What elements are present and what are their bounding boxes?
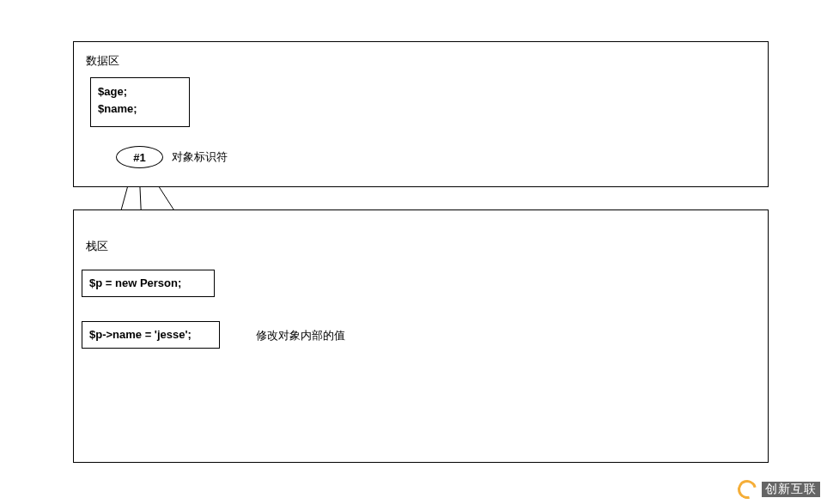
stmt-box-set-name-text: $p->name = 'jesse'; — [89, 326, 192, 343]
object-identifier-text: #1 — [133, 151, 145, 164]
watermark: 创新互联 — [738, 480, 820, 499]
watermark-logo-icon — [734, 477, 760, 502]
data-box-line2: $name; — [98, 100, 182, 118]
stmt-box-set-name: $p->name = 'jesse'; — [82, 321, 220, 349]
watermark-text: 创新互联 — [762, 482, 820, 497]
stmt-box-set-name-annotation: 修改对象内部的值 — [256, 328, 345, 343]
data-box: $age; $name; — [90, 77, 190, 127]
stmt-box-new-person: $p = new Person; — [82, 270, 215, 297]
stack-region-label: 栈区 — [86, 239, 108, 254]
object-identifier-annotation: 对象标识符 — [172, 149, 228, 165]
data-box-line1: $age; — [98, 83, 182, 100]
data-region-label: 数据区 — [86, 53, 119, 69]
object-identifier-ellipse: #1 — [116, 146, 163, 168]
stmt-box-new-person-text: $p = new Person; — [89, 275, 181, 292]
